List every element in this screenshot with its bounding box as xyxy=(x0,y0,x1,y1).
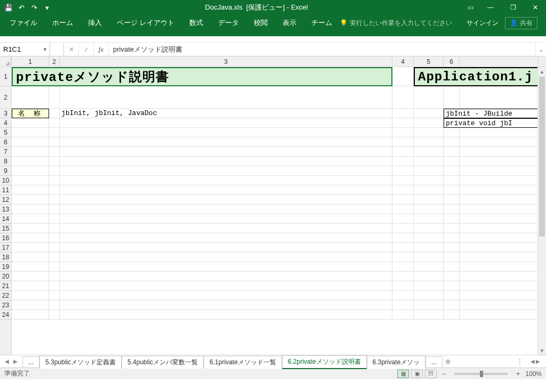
cell[interactable] xyxy=(49,176,60,185)
restore-button[interactable]: ❐ xyxy=(502,0,524,15)
cell[interactable] xyxy=(444,243,460,252)
cell[interactable] xyxy=(49,137,60,147)
r3-right-cell[interactable]: jbInit - JBuilde xyxy=(444,109,539,118)
cell[interactable] xyxy=(414,137,444,147)
row-header[interactable]: 15 xyxy=(0,224,11,233)
row-header[interactable]: 9 xyxy=(0,166,11,176)
row-header[interactable]: 17 xyxy=(0,243,11,252)
row-header[interactable]: 14 xyxy=(0,214,11,224)
cell[interactable] xyxy=(49,86,60,109)
sheet-tab-active[interactable]: 6.2privateメソッド説明書 xyxy=(282,355,367,369)
cell[interactable] xyxy=(414,176,444,185)
cell[interactable] xyxy=(12,128,49,137)
cell[interactable] xyxy=(392,195,414,205)
cell[interactable] xyxy=(12,243,49,252)
cell[interactable] xyxy=(392,233,414,243)
cell[interactable] xyxy=(49,166,60,176)
tell-me-search[interactable]: 💡 実行したい作業を入力してください xyxy=(340,19,452,28)
cell[interactable] xyxy=(60,233,392,243)
cell[interactable] xyxy=(444,262,460,272)
cell[interactable] xyxy=(49,185,60,195)
cell[interactable] xyxy=(460,310,539,320)
cell[interactable] xyxy=(12,214,49,224)
cell[interactable] xyxy=(49,195,60,205)
share-button[interactable]: 👤 共有 xyxy=(505,17,537,29)
cell[interactable] xyxy=(444,176,460,185)
scrollbar-thumb[interactable] xyxy=(539,77,545,236)
row-header[interactable]: 10 xyxy=(0,176,11,185)
cell[interactable] xyxy=(12,86,49,109)
column-header[interactable] xyxy=(460,56,539,67)
cell[interactable] xyxy=(12,137,49,147)
qat-customize-icon[interactable]: ▾ xyxy=(43,3,51,12)
sheet-tab[interactable]: 5.4publicメンバ変数一覧 xyxy=(122,356,204,369)
tab-team[interactable]: チーム xyxy=(304,15,340,31)
cell[interactable] xyxy=(460,281,539,291)
row-header[interactable]: 24 xyxy=(0,310,11,320)
row-header[interactable]: 19 xyxy=(0,262,11,272)
cell[interactable] xyxy=(460,272,539,281)
cell[interactable] xyxy=(60,176,392,185)
name-box[interactable]: R1C1 ▼ xyxy=(0,43,50,56)
scroll-right-icon[interactable]: ▶ xyxy=(536,358,540,364)
cell[interactable] xyxy=(444,281,460,291)
page-layout-view-icon[interactable]: ▣ xyxy=(411,370,423,378)
cell[interactable] xyxy=(444,252,460,262)
cell[interactable] xyxy=(60,272,392,281)
cell[interactable] xyxy=(414,86,444,109)
label-name[interactable]: 名 称 xyxy=(12,109,49,118)
cell[interactable] xyxy=(392,300,414,310)
cell[interactable] xyxy=(460,252,539,262)
tab-nav-next-icon[interactable]: ▶ xyxy=(12,357,19,366)
row-header[interactable]: 23 xyxy=(0,300,11,310)
cell[interactable] xyxy=(49,272,60,281)
cell[interactable] xyxy=(392,176,414,185)
cell[interactable] xyxy=(392,272,414,281)
cell[interactable] xyxy=(60,185,392,195)
row-header[interactable]: 13 xyxy=(0,205,11,214)
cell[interactable] xyxy=(392,281,414,291)
tab-page-layout[interactable]: ページ レイアウト xyxy=(109,15,182,31)
cell[interactable] xyxy=(49,214,60,224)
row-header[interactable]: 1 xyxy=(0,67,11,86)
cell[interactable] xyxy=(12,310,49,320)
enter-formula-icon[interactable]: ✓ xyxy=(79,43,94,56)
cell[interactable] xyxy=(460,300,539,310)
cell[interactable] xyxy=(460,205,539,214)
zoom-in-button[interactable]: + xyxy=(513,370,523,378)
page-break-view-icon[interactable]: 凹 xyxy=(425,370,437,378)
cell[interactable] xyxy=(60,214,392,224)
cell[interactable] xyxy=(444,214,460,224)
cell[interactable] xyxy=(60,157,392,166)
column-header[interactable]: 5 xyxy=(414,56,444,67)
cell[interactable] xyxy=(60,118,392,128)
close-button[interactable]: ✕ xyxy=(525,0,546,15)
cell[interactable] xyxy=(49,118,60,128)
row-header[interactable]: 12 xyxy=(0,195,11,205)
cell[interactable] xyxy=(444,272,460,281)
cell[interactable] xyxy=(49,300,60,310)
cell[interactable] xyxy=(444,205,460,214)
column-header[interactable]: 4 xyxy=(392,56,414,67)
sheet-tab[interactable]: 6.3privateメソッ xyxy=(367,356,426,369)
cell[interactable] xyxy=(12,262,49,272)
cell[interactable] xyxy=(49,128,60,137)
cell[interactable] xyxy=(414,252,444,262)
cell[interactable] xyxy=(460,224,539,233)
formula-input[interactable]: privateメソッド説明書 xyxy=(109,43,535,56)
cell[interactable] xyxy=(460,243,539,252)
cell[interactable] xyxy=(60,252,392,262)
row-header[interactable]: 4 xyxy=(0,118,11,128)
cell[interactable] xyxy=(392,243,414,252)
tab-insert[interactable]: 挿入 xyxy=(81,15,109,31)
tab-data[interactable]: データ xyxy=(211,15,246,31)
cell[interactable] xyxy=(12,300,49,310)
tab-nav-prev-icon[interactable]: ◀ xyxy=(3,357,11,366)
ribbon-display-options-icon[interactable]: ▭ xyxy=(462,0,479,15)
cell[interactable] xyxy=(460,233,539,243)
column-header[interactable]: 2 xyxy=(49,56,60,67)
name-value-cell[interactable]: jbInit, jbInit, JavaDoc xyxy=(60,109,392,118)
cell[interactable] xyxy=(12,233,49,243)
cell[interactable] xyxy=(60,137,392,147)
zoom-out-button[interactable]: − xyxy=(439,370,449,378)
